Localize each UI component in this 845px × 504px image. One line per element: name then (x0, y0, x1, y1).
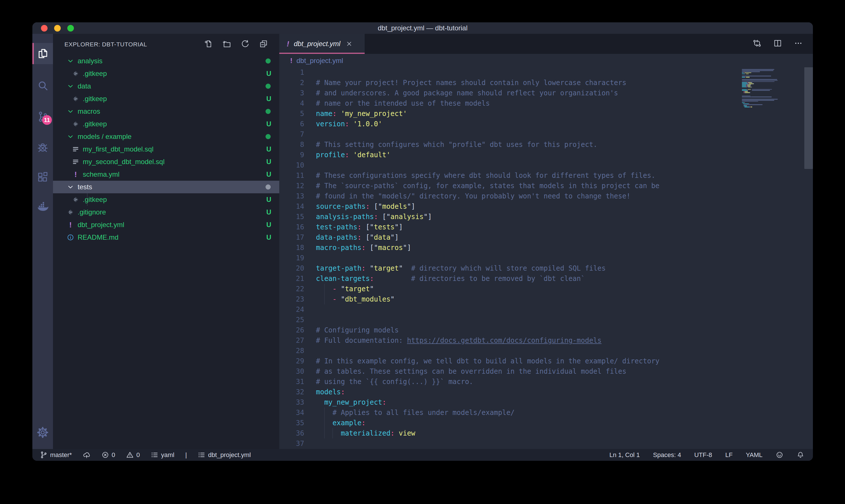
code-line-35: 35 example: (279, 418, 813, 428)
yaml-warning-icon: ! (72, 170, 79, 179)
status-notifications[interactable] (796, 451, 804, 459)
line-content: - "target" (304, 284, 374, 294)
line-number: 6 (279, 119, 304, 129)
editor-scrollbar[interactable] (804, 67, 813, 169)
git-modified-dot (266, 134, 271, 139)
new-file-icon (204, 39, 213, 48)
activity-item-extensions[interactable] (32, 167, 53, 188)
tree-item-readme-md[interactable]: README.mdU (53, 231, 279, 244)
code-line-23: 23 - "dbt_modules" (279, 294, 813, 304)
line-content: # These configurations specify where dbt… (304, 170, 655, 181)
code-line-1: 1 (279, 67, 813, 78)
git-modified-dot (266, 109, 271, 114)
collapse-all-icon (259, 39, 268, 48)
new-folder-icon (222, 39, 231, 48)
tree-item--gitignore[interactable]: .gitignoreU (53, 206, 279, 218)
open-changes-button[interactable] (753, 39, 761, 49)
close-tab-icon[interactable] (345, 40, 353, 48)
new-folder-button[interactable] (222, 39, 231, 49)
status-publish-changes[interactable] (83, 451, 91, 459)
indent-guide (87, 193, 87, 206)
tree-item-macros[interactable]: macros (53, 105, 279, 118)
status-linter-yaml[interactable]: yaml (151, 451, 174, 459)
status-label: UTF-8 (694, 451, 712, 459)
line-number: 20 (279, 263, 304, 273)
title-bar: dbt_project.yml — dbt-tutorial (32, 22, 813, 34)
info-file-icon (67, 234, 74, 241)
code-line-36: 36 materialized: view (279, 428, 813, 438)
activity-item-settings-gear[interactable] (32, 422, 53, 443)
tab-dbt-project-yml[interactable]: ! dbt_project.yml (279, 34, 365, 54)
line-number: 11 (279, 170, 304, 181)
status-eol[interactable]: LF (725, 451, 733, 459)
sync-cloud-icon (83, 451, 91, 459)
collapse-all-button[interactable] (259, 39, 268, 49)
line-content: test-paths: ["tests"] (304, 222, 403, 232)
status-label: LF (725, 451, 733, 459)
tab-label: dbt_project.yml (294, 40, 341, 48)
activity-item-explorer[interactable] (32, 43, 53, 64)
tree-item--gitkeep[interactable]: .gitkeepU (53, 67, 279, 80)
line-content: example: (304, 418, 365, 428)
line-content: # Applies to all files under models/exam… (304, 408, 515, 418)
line-number: 25 (279, 315, 304, 325)
git-untracked-badge: U (266, 70, 271, 78)
line-number: 14 (279, 201, 304, 212)
chevron-down-icon (67, 83, 74, 90)
tree-item-label: .gitkeep (83, 95, 107, 103)
refresh-button[interactable] (241, 39, 250, 49)
status-bar: master*00yaml|dbt_project.yml Ln 1, Col … (32, 449, 813, 461)
extensions-icon (37, 172, 49, 183)
tree-item-schema-yml[interactable]: !schema.ymlU (53, 168, 279, 181)
tree-item--gitkeep[interactable]: .gitkeepU (53, 193, 279, 206)
status-encoding[interactable]: UTF-8 (694, 451, 712, 459)
status-language-mode[interactable]: YAML (746, 451, 762, 459)
split-editor-button[interactable] (773, 39, 782, 49)
chevron-down-icon (67, 108, 74, 115)
status-indentation[interactable]: Spaces: 4 (653, 451, 681, 459)
status-git-branch-status[interactable]: master* (40, 451, 72, 459)
activity-item-docker[interactable] (32, 196, 53, 217)
tree-item-my-second-dbt-model-sql[interactable]: my_second_dbt_model.sqlU (53, 156, 279, 168)
tree-item--gitkeep[interactable]: .gitkeepU (53, 118, 279, 130)
yaml-warning-icon: ! (287, 39, 289, 48)
status-label: | (185, 451, 187, 459)
tree-item-tests[interactable]: tests (53, 181, 279, 193)
more-actions-button[interactable] (794, 39, 803, 49)
activity-item-search[interactable] (32, 75, 53, 96)
code-line-20: 20target-path: "target" # directory whic… (279, 263, 813, 273)
debug-icon (37, 142, 49, 153)
minimap[interactable] (742, 68, 804, 109)
activity-item-source-control[interactable]: 11 (32, 106, 53, 127)
yaml-warning-icon: ! (67, 220, 74, 229)
code-editor[interactable]: 12# Name your project! Project names sho… (279, 67, 813, 449)
line-number: 4 (279, 98, 304, 109)
code-line-31: 31# using the `{{ config(...) }}` macro. (279, 377, 813, 387)
line-content: # Name your project! Project names shoul… (304, 78, 626, 88)
line-number: 8 (279, 140, 304, 150)
tree-item-analysis[interactable]: analysis (53, 55, 279, 67)
status-label: 0 (112, 451, 115, 459)
status-label: Ln 1, Col 1 (609, 451, 640, 459)
status-errors-count[interactable]: 0 (102, 451, 115, 459)
line-number: 30 (279, 366, 304, 377)
tree-item-my-first-dbt-model-sql[interactable]: my_first_dbt_model.sqlU (53, 143, 279, 156)
breadcrumb-file[interactable]: dbt_project.yml (296, 57, 343, 65)
tree-item-data[interactable]: data (53, 80, 279, 92)
tree-item-models-example[interactable]: models / example (53, 130, 279, 143)
activity-item-debug[interactable] (32, 137, 53, 158)
status-warnings-count[interactable]: 0 (126, 451, 140, 459)
smiley-icon (776, 451, 784, 459)
bell-icon (796, 451, 804, 459)
tree-item--gitkeep[interactable]: .gitkeepU (53, 92, 279, 105)
indent-guide (324, 428, 325, 438)
status-linter-file[interactable]: dbt_project.yml (198, 451, 251, 459)
git-untracked-badge: U (266, 95, 271, 103)
tree-item-dbt-project-yml[interactable]: !dbt_project.ymlU (53, 218, 279, 231)
line-number: 1 (279, 67, 304, 78)
code-line-13: 13# found in the "models/" directory. Yo… (279, 191, 813, 201)
status-feedback[interactable] (776, 451, 784, 459)
line-content (304, 315, 316, 325)
new-file-button[interactable] (204, 39, 213, 49)
status-cursor-position[interactable]: Ln 1, Col 1 (609, 451, 640, 459)
